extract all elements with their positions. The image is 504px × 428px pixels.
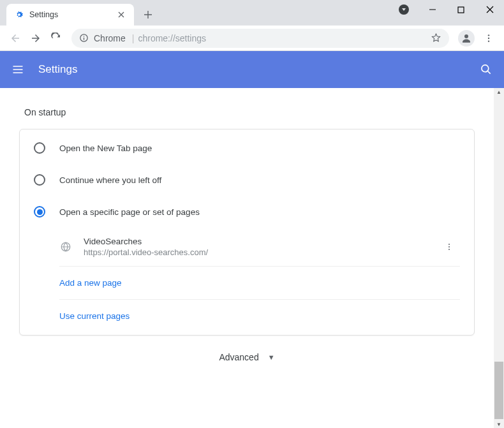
globe-icon [59,240,72,253]
settings-header: Settings [0,51,504,88]
search-icon[interactable] [480,63,493,76]
advanced-label: Advanced [219,352,258,362]
radio-icon [34,174,45,186]
option-specific-pages[interactable]: Open a specific page or set of pages [20,196,474,228]
browser-toolbar: Chrome | chrome://settings [0,26,504,51]
kebab-menu-icon[interactable] [478,28,499,48]
scroll-down-icon[interactable]: ▼ [494,420,504,428]
site-info-icon[interactable] [79,33,89,43]
chevron-down-icon: ▼ [268,353,275,361]
svg-point-7 [488,40,489,41]
page-info: VideoSearches https://portal.video-searc… [84,237,445,257]
svg-point-6 [488,37,489,38]
close-window-button[interactable] [475,0,504,19]
address-bar[interactable]: Chrome | chrome://settings [71,29,449,48]
radio-label: Open a specific page or set of pages [59,207,200,217]
new-tab-button[interactable] [139,6,157,24]
omnibox-url: chrome://settings [138,33,206,43]
scrollbar[interactable]: ▲ ▼ [494,88,504,428]
omnibox-separator: | [132,33,135,43]
svg-point-12 [448,249,450,250]
advanced-toggle[interactable]: Advanced ▼ [19,336,475,369]
svg-point-10 [448,244,450,245]
content-area: On startup Open the New Tab page Continu… [0,88,504,428]
add-page-link[interactable]: Add a new page [59,267,460,300]
page-actions-icon[interactable] [445,242,460,251]
profile-badge-icon[interactable] [389,0,418,19]
startup-page-row: VideoSearches https://portal.video-searc… [59,228,460,267]
close-tab-icon[interactable] [116,10,126,20]
omnibox-scheme: Chrome [94,33,126,43]
radio-label: Open the New Tab page [59,144,152,153]
hamburger-menu-icon[interactable] [11,63,24,76]
svg-point-8 [482,65,489,72]
reload-button[interactable] [46,28,66,48]
gear-icon [14,10,24,20]
svg-point-11 [448,246,450,247]
scroll-up-icon[interactable]: ▲ [494,88,504,96]
svg-rect-0 [458,7,464,13]
svg-rect-3 [84,38,84,40]
back-button[interactable] [5,28,26,48]
window-titlebar: Settings [0,0,504,26]
bookmark-star-icon[interactable] [431,33,441,43]
forward-button[interactable] [26,28,46,48]
content-scroll: On startup Open the New Tab page Continu… [0,88,494,428]
radio-label: Continue where you left off [59,175,161,185]
tab-title: Settings [29,10,116,19]
section-title: On startup [19,107,475,117]
radio-icon [34,142,45,154]
startup-pages-list: VideoSearches https://portal.video-searc… [20,228,474,332]
use-current-pages-link[interactable]: Use current pages [59,300,460,332]
page-title: Settings [38,63,480,76]
maximize-button[interactable] [447,0,475,19]
profile-avatar-icon[interactable] [458,30,475,47]
browser-tab[interactable]: Settings [6,4,134,26]
option-new-tab[interactable]: Open the New Tab page [20,132,474,164]
page-name: VideoSearches [84,237,445,246]
option-continue[interactable]: Continue where you left off [20,164,474,196]
window-controls [389,0,504,19]
radio-icon [34,206,45,218]
startup-card: Open the New Tab page Continue where you… [19,129,475,336]
svg-point-5 [488,34,489,36]
svg-point-2 [84,36,85,37]
minimize-button[interactable] [418,0,447,19]
page-url: https://portal.video-searches.com/ [84,247,445,257]
svg-point-4 [464,34,468,38]
scrollbar-thumb[interactable] [494,362,503,419]
